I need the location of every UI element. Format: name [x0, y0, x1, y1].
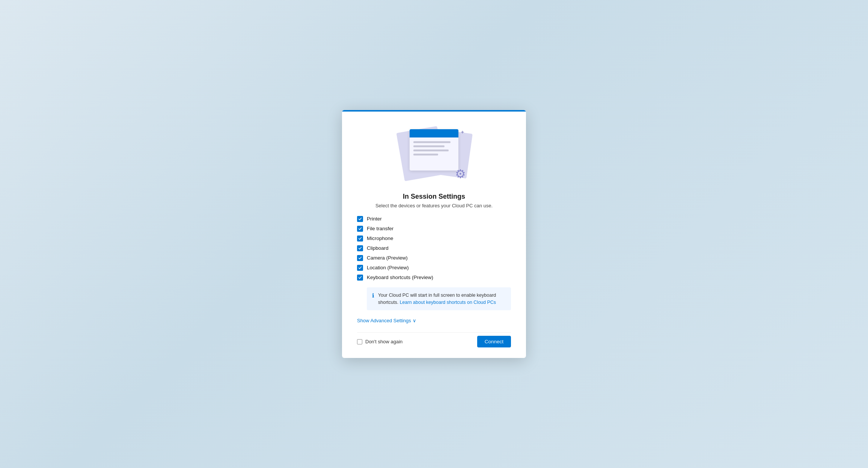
connect-button[interactable]: Connect — [477, 336, 511, 347]
checkbox-item-keyboard-shortcuts[interactable]: Keyboard shortcuts (Preview) — [357, 275, 511, 281]
dialog-content: ⚙ ✦ In Session Settings Select the devic… — [342, 112, 526, 358]
illustration-wrapper: ⚙ ✦ — [396, 125, 472, 182]
illus-line-3 — [413, 149, 449, 151]
illus-line-4 — [413, 154, 438, 155]
checkbox-item-printer[interactable]: Printer — [357, 216, 511, 222]
checkbox-keyboard-shortcuts[interactable] — [357, 275, 363, 281]
checkbox-microphone[interactable] — [357, 236, 363, 242]
checkbox-camera[interactable] — [357, 255, 363, 261]
illus-window — [410, 129, 458, 171]
checkbox-label-file-transfer: File transfer — [367, 226, 393, 231]
checkbox-printer[interactable] — [357, 216, 363, 222]
illus-line-2 — [413, 145, 445, 147]
checkbox-item-file-transfer[interactable]: File transfer — [357, 226, 511, 232]
checkbox-item-clipboard[interactable]: Clipboard — [357, 245, 511, 251]
checkbox-label-microphone: Microphone — [367, 236, 393, 241]
illus-line-1 — [413, 141, 451, 143]
checkbox-label-printer: Printer — [367, 216, 382, 222]
checkbox-item-location[interactable]: Location (Preview) — [357, 265, 511, 271]
illus-window-titlebar — [410, 129, 458, 137]
keyboard-shortcuts-info-box: ℹ Your Cloud PC will start in full scree… — [367, 287, 511, 311]
checkbox-location[interactable] — [357, 265, 363, 271]
checkbox-label-location: Location (Preview) — [367, 265, 409, 270]
checkbox-label-keyboard-shortcuts: Keyboard shortcuts (Preview) — [367, 275, 433, 280]
checkbox-clipboard[interactable] — [357, 245, 363, 251]
info-link[interactable]: Learn about keyboard shortcuts on Cloud … — [400, 300, 496, 305]
checkbox-label-camera: Camera (Preview) — [367, 255, 408, 261]
dont-show-again-area: Don't show again — [357, 339, 402, 344]
show-advanced-settings-button[interactable]: Show Advanced Settings ∨ — [357, 318, 416, 323]
illustration-area: ⚙ ✦ — [357, 124, 511, 184]
checkbox-list: Printer File transfer Microphone Clipboa… — [357, 216, 511, 281]
dialog-footer: Don't show again Connect — [357, 332, 511, 347]
info-icon: ℹ — [372, 292, 374, 299]
show-advanced-label: Show Advanced Settings — [357, 318, 411, 323]
gear-icon: ⚙ — [455, 168, 466, 180]
checkbox-file-transfer[interactable] — [357, 226, 363, 232]
illus-window-lines — [410, 137, 458, 159]
in-session-settings-dialog: ⚙ ✦ In Session Settings Select the devic… — [342, 110, 526, 358]
dont-show-again-checkbox[interactable] — [357, 339, 362, 344]
sparkle-icon: ✦ — [460, 129, 465, 135]
chevron-down-icon: ∨ — [413, 318, 416, 323]
checkbox-item-microphone[interactable]: Microphone — [357, 236, 511, 242]
info-text: Your Cloud PC will start in full screen … — [378, 292, 506, 306]
dialog-subtitle: Select the devices or features your Clou… — [357, 203, 511, 208]
dialog-title: In Session Settings — [357, 193, 511, 201]
dont-show-again-label: Don't show again — [365, 339, 402, 344]
checkbox-label-clipboard: Clipboard — [367, 245, 389, 251]
checkbox-item-camera[interactable]: Camera (Preview) — [357, 255, 511, 261]
